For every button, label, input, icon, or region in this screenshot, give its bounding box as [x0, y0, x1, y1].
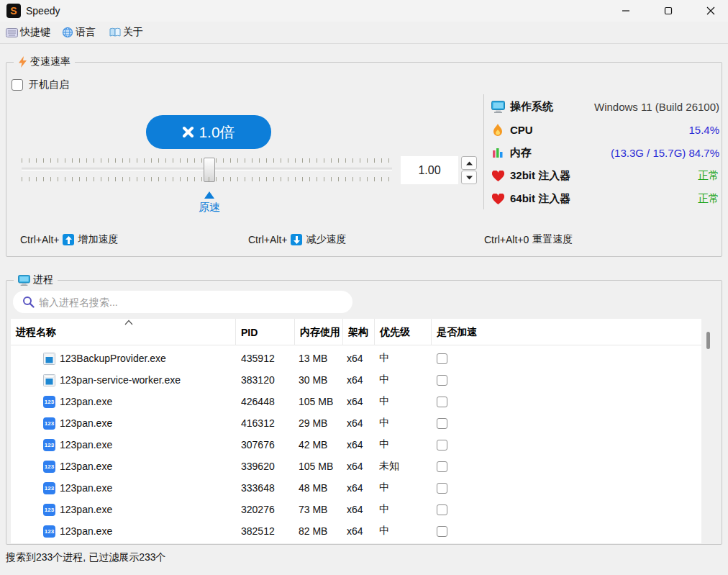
table-row[interactable]: 123BackupProvider.exe 435912 13 MB x64 中 [11, 348, 701, 369]
pan123-icon: 123 [43, 391, 56, 412]
spin-down-button[interactable] [461, 171, 477, 184]
process-pid: 426448 [241, 391, 275, 412]
spin-up-button[interactable] [461, 156, 477, 170]
process-memory: 48 MB [299, 477, 327, 499]
hotkey-decrease-prefix: Ctrl+Alt+ [248, 234, 287, 245]
hotkey-reset-label: 重置速度 [532, 233, 573, 246]
process-name: 123pan-service-worker.exe [60, 369, 181, 391]
speedy-window: S Speedy 快捷键 语言 关于 变速速率 [0, 0, 728, 575]
sysinfo-injector32-label: 32bit 注入器 [510, 169, 570, 183]
computer-icon [18, 275, 30, 286]
col-header-accelerate[interactable]: 是否加速 [432, 319, 701, 345]
process-arch: x64 [347, 348, 363, 369]
table-row[interactable]: 123 123pan.exe 307676 42 MB x64 中 [11, 434, 701, 456]
menubar-divider [0, 43, 728, 44]
process-name: 123pan.exe [60, 391, 112, 412]
table-row[interactable]: 123 123pan.exe 382512 82 MB x64 中 [11, 520, 701, 542]
autostart-checkbox[interactable] [12, 79, 23, 91]
table-row[interactable]: 123 123pan.exe 426448 105 MB x64 中 [11, 391, 701, 412]
autostart-label: 开机自启 [29, 78, 69, 91]
col-header-name[interactable]: 进程名称 [11, 319, 236, 345]
process-memory: 82 MB [299, 520, 327, 542]
process-priority: 中 [379, 499, 389, 520]
accelerate-checkbox[interactable] [437, 440, 447, 451]
heart-icon [491, 171, 505, 181]
process-arch: x64 [347, 434, 363, 456]
table-row[interactable]: 123 123pan.exe 339620 105 MB x64 未知 [11, 456, 701, 477]
process-pid: 333648 [241, 477, 275, 499]
sysinfo-os-value: Windows 11 (Build 26100) [594, 101, 719, 113]
accelerate-checkbox[interactable] [437, 461, 447, 472]
flame-icon [491, 124, 505, 136]
hotkey-increase-label: 增加速度 [78, 233, 118, 246]
process-arch: x64 [347, 412, 363, 434]
table-row[interactable]: 123 123pan.exe 333648 48 MB x64 中 [11, 477, 701, 499]
accelerate-cell [437, 434, 447, 456]
process-pid: 320276 [241, 499, 275, 520]
process-search [13, 291, 352, 313]
accelerate-checkbox[interactable] [437, 483, 447, 494]
accelerate-cell [437, 348, 447, 369]
process-priority: 中 [379, 391, 389, 412]
menu-about[interactable]: 关于 [109, 24, 143, 40]
process-memory: 30 MB [299, 369, 327, 391]
accelerate-cell [437, 369, 447, 391]
minimize-button[interactable] [609, 0, 642, 22]
memory-icon [491, 147, 505, 158]
accelerate-checkbox[interactable] [437, 397, 447, 407]
process-pid: 339620 [241, 456, 275, 477]
accelerate-cell [437, 499, 447, 520]
accelerate-checkbox[interactable] [437, 526, 447, 537]
process-name: 123pan.exe [60, 520, 112, 542]
accelerate-checkbox[interactable] [437, 504, 447, 515]
speed-multiplier-label: 1.0倍 [199, 122, 235, 142]
col-header-arch[interactable]: 架构 [343, 319, 375, 345]
table-scrollbar-thumb[interactable] [706, 332, 710, 349]
process-memory: 42 MB [299, 434, 327, 456]
sysinfo-injector64-value: 正常 [698, 192, 719, 206]
menu-hotkeys[interactable]: 快捷键 [6, 24, 50, 40]
accelerate-checkbox[interactable] [437, 353, 447, 364]
sysinfo-cpu-row: CPU 15.4% [491, 119, 721, 140]
process-arch: x64 [347, 499, 363, 520]
keyboard-icon [6, 28, 18, 37]
status-text: 搜索到233个进程, 已过滤展示233个 [6, 551, 166, 564]
accelerate-cell [437, 391, 447, 412]
sysinfo-cpu-label: CPU [510, 124, 533, 136]
maximize-button[interactable] [652, 0, 685, 22]
table-row[interactable]: 123 123pan.exe 320276 73 MB x64 中 [11, 499, 701, 520]
process-group-title: 进程 [14, 273, 58, 286]
monitor-icon [491, 101, 505, 113]
close-icon [706, 6, 715, 15]
spin-down-icon [466, 176, 473, 180]
table-row-partial[interactable]: 123 [11, 542, 701, 543]
process-table-header: 进程名称 PID 内存使用 架构 优先级 是否加速 [11, 319, 701, 345]
col-header-memory[interactable]: 内存使用 [295, 319, 343, 345]
accelerate-cell [437, 456, 447, 477]
process-name: 123pan.exe [60, 412, 112, 434]
speed-group-title: 变速速率 [14, 55, 75, 68]
close-button[interactable] [694, 0, 727, 22]
table-row[interactable]: 123 123pan.exe 416312 29 MB x64 中 [11, 412, 701, 434]
heart-icon [491, 194, 505, 204]
process-pid: 307676 [241, 434, 275, 456]
process-search-input[interactable] [39, 291, 347, 313]
col-header-priority[interactable]: 优先级 [375, 319, 432, 345]
speed-multiplier-button[interactable]: 1.0倍 [146, 115, 271, 149]
autostart-row: 开机自启 [12, 78, 69, 91]
process-memory: 13 MB [299, 348, 327, 369]
menu-about-label: 关于 [123, 26, 143, 39]
table-row[interactable]: 123pan-service-worker.exe 383120 30 MB x… [11, 369, 701, 391]
maximize-icon [664, 6, 673, 15]
pan123-icon: 123 [43, 542, 56, 543]
process-priority: 未知 [379, 456, 399, 477]
process-name: 123BackupProvider.exe [60, 348, 166, 369]
accelerate-checkbox[interactable] [437, 418, 447, 429]
pan123-icon: 123 [43, 434, 56, 456]
accelerate-checkbox[interactable] [437, 375, 447, 386]
speed-slider[interactable] [22, 157, 392, 183]
speed-value-input[interactable] [401, 156, 458, 184]
app-logo-icon: S [6, 4, 21, 18]
menu-language[interactable]: 语言 [62, 24, 96, 40]
col-header-pid[interactable]: PID [236, 319, 295, 345]
